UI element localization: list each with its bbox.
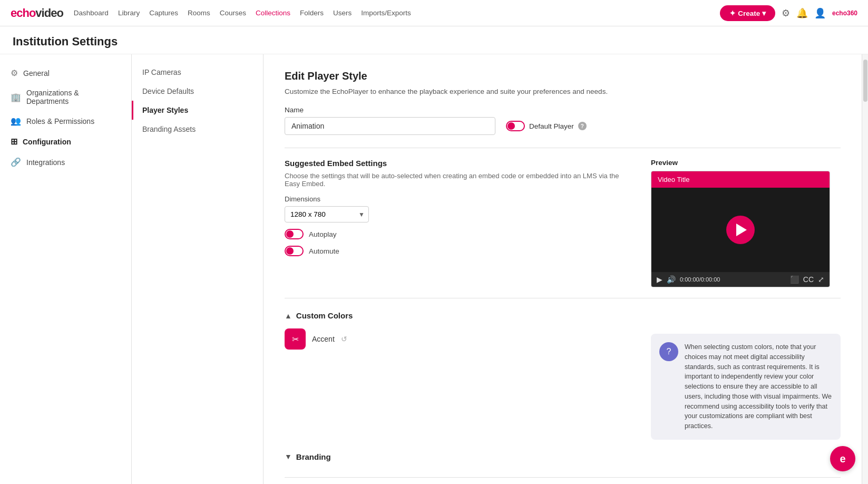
divider — [285, 148, 841, 148]
cc-icon[interactable]: CC — [803, 275, 814, 284]
scroll-thumb[interactable] — [863, 60, 867, 102]
sidebar-item-label: Roles & Permissions — [26, 117, 94, 125]
sidebar-left: ⚙ General 🏢 Organizations & Departments … — [0, 54, 132, 484]
time-display: 0:00:00/0:00:00 — [680, 276, 786, 283]
sidebar-item-configuration[interactable]: ⊞ Configuration — [0, 131, 131, 152]
name-input[interactable] — [285, 117, 495, 135]
sidebar-item-integrations[interactable]: 🔗 Integrations — [0, 152, 131, 172]
people-icon: 👥 — [11, 116, 21, 126]
nav-right: ✦ Create ▾ ⚙ 🔔 👤 echo360 — [720, 5, 857, 21]
default-player-toggle[interactable] — [506, 121, 525, 131]
sidebar-item-general[interactable]: ⚙ General — [0, 63, 131, 83]
logo-video: video — [35, 6, 63, 20]
sidebar-item-roles[interactable]: 👥 Roles & Permissions — [0, 111, 131, 131]
gear-icon: ⚙ — [11, 68, 18, 78]
mid-item-player-styles[interactable]: Player Styles — [132, 101, 263, 120]
embed-settings-desc: Choose the settings that will be auto-se… — [285, 172, 630, 188]
branding-header[interactable]: ▼ Branding — [285, 452, 841, 461]
info-box-text: When selecting custom colors, note that … — [685, 342, 832, 431]
info-circle-icon: ? — [659, 342, 678, 361]
nav-captures[interactable]: Captures — [149, 9, 178, 17]
bell-icon[interactable]: 🔔 — [796, 7, 808, 19]
mid-item-branding-assets[interactable]: Branding Assets — [132, 120, 263, 139]
main-layout: ⚙ General 🏢 Organizations & Departments … — [0, 54, 868, 484]
edit-player-style-title: Edit Player Style — [285, 70, 841, 82]
top-nav: echovideo Dashboard Library Captures Roo… — [0, 0, 868, 26]
user-icon[interactable]: 👤 — [814, 7, 826, 19]
info-icon[interactable]: ? — [578, 122, 587, 130]
embed-preview-section: Suggested Embed Settings Choose the sett… — [285, 159, 841, 287]
preview-col: Preview Video Title ▶ 🔊 0:00:00/0:00:00 … — [651, 159, 841, 287]
reset-icon[interactable]: ↺ — [341, 335, 347, 343]
nav-courses[interactable]: Courses — [220, 9, 246, 17]
bottom-bar: Cancel Save — [285, 477, 841, 484]
branding-title: Branding — [296, 452, 331, 461]
settings-icon[interactable]: ⚙ — [782, 7, 790, 19]
automute-toggle[interactable] — [285, 246, 304, 256]
dimensions-label: Dimensions — [285, 195, 630, 203]
nav-rooms[interactable]: Rooms — [188, 9, 210, 17]
autoplay-toggle[interactable] — [285, 229, 304, 239]
dimensions-select[interactable]: 1280 x 780 960 x 540 640 x 360 Custom — [285, 206, 369, 222]
sidebar-item-org-dept[interactable]: 🏢 Organizations & Departments — [0, 83, 131, 111]
nav-users[interactable]: Users — [333, 9, 352, 17]
play-button[interactable] — [726, 216, 755, 244]
automute-label: Automute — [309, 247, 339, 255]
chevron-up-icon: ▲ — [285, 312, 292, 320]
autoplay-row: Autoplay — [285, 229, 630, 239]
accent-label: Accent — [312, 335, 335, 343]
create-button[interactable]: ✦ Create ▾ — [720, 5, 775, 21]
dimensions-select-wrapper: 1280 x 780 960 x 540 640 x 360 Custom ▼ — [285, 206, 369, 222]
info-box-col: ? When selecting custom colors, note tha… — [651, 328, 841, 440]
automute-row: Automute — [285, 246, 630, 256]
accent-color-swatch[interactable]: ✂ — [285, 328, 306, 350]
play-ctrl-icon[interactable]: ▶ — [657, 275, 662, 284]
link-icon: 🔗 — [11, 157, 21, 167]
sidebar-mid: IP Cameras Device Defaults Player Styles… — [132, 54, 264, 484]
player-video — [651, 188, 830, 272]
logo-echo: echo — [11, 6, 35, 20]
sidebar-item-label: Integrations — [26, 158, 65, 167]
divider-2 — [285, 298, 841, 298]
embed-settings-col: Suggested Embed Settings Choose the sett… — [285, 159, 630, 287]
accessibility-info-box: ? When selecting custom colors, note tha… — [651, 334, 841, 440]
nav-folders[interactable]: Folders — [300, 9, 324, 17]
autoplay-label: Autoplay — [309, 230, 337, 238]
colors-left-col: ✂ Accent ↺ — [285, 328, 630, 440]
scissors-icon: ✂ — [292, 334, 299, 344]
default-player-row: Default Player ? — [506, 121, 587, 131]
mid-item-device-defaults[interactable]: Device Defaults — [132, 82, 263, 101]
sidebar-item-label: Organizations & Departments — [26, 89, 121, 105]
account-label: echo360 — [832, 9, 857, 17]
name-row: Default Player ? — [285, 117, 841, 135]
building-icon: 🏢 — [11, 92, 21, 102]
accent-row: ✂ Accent ↺ — [285, 328, 630, 350]
expand-icon[interactable]: ⤢ — [818, 275, 824, 284]
default-player-label: Default Player — [529, 122, 574, 130]
player-preview: Video Title ▶ 🔊 0:00:00/0:00:00 ⬛ CC ⤢ — [651, 171, 830, 287]
volume-icon[interactable]: 🔊 — [667, 275, 676, 284]
preview-title: Preview — [651, 159, 841, 167]
echo-avatar-button[interactable]: e — [830, 446, 855, 471]
page-title: Institution Settings — [0, 26, 868, 54]
nav-imports-exports[interactable]: Imports/Exports — [361, 9, 411, 17]
main-content: Edit Player Style Customize the EchoPlay… — [264, 54, 862, 484]
nav-collections[interactable]: Collections — [256, 9, 290, 17]
sidebar-item-label: General — [23, 69, 50, 78]
player-title-bar: Video Title — [651, 171, 830, 188]
edit-subtitle: Customize the EchoPlayer to enhance the … — [285, 88, 841, 95]
nav-dashboard[interactable]: Dashboard — [74, 9, 109, 17]
mid-item-ip-cameras[interactable]: IP Cameras — [132, 63, 263, 82]
custom-colors-title: Custom Colors — [296, 311, 353, 320]
player-controls: ▶ 🔊 0:00:00/0:00:00 ⬛ CC ⤢ — [651, 272, 830, 287]
nav-links: Dashboard Library Captures Rooms Courses… — [74, 9, 411, 17]
nav-library[interactable]: Library — [118, 9, 140, 17]
chevron-down-icon: ▼ — [285, 452, 292, 461]
custom-colors-header[interactable]: ▲ Custom Colors — [285, 311, 841, 320]
grid-icon: ⊞ — [11, 137, 17, 147]
logo: echovideo — [11, 6, 63, 20]
name-label: Name — [285, 106, 841, 114]
embed-settings-title: Suggested Embed Settings — [285, 159, 630, 168]
sidebar-item-label: Configuration — [23, 138, 71, 146]
screen-icon[interactable]: ⬛ — [790, 275, 799, 284]
